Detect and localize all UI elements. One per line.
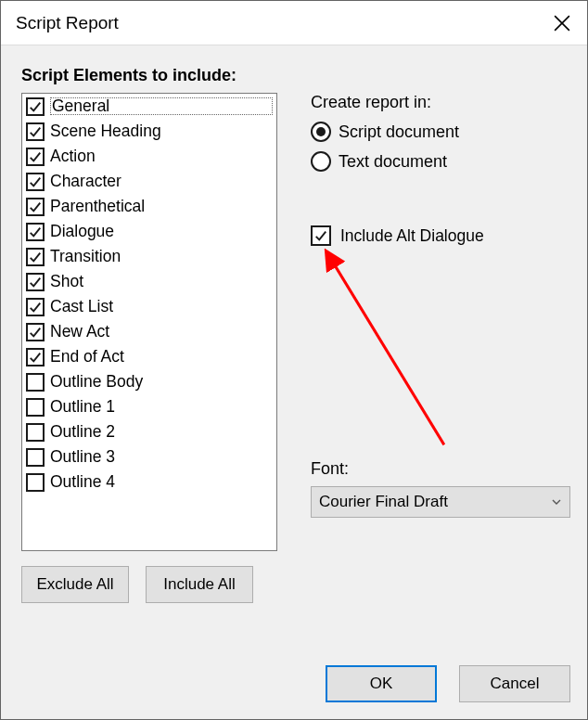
- list-checkbox[interactable]: [26, 173, 45, 191]
- checkmark-icon: [29, 326, 42, 339]
- list-checkbox[interactable]: [26, 198, 45, 216]
- cancel-button[interactable]: Cancel: [459, 665, 570, 702]
- list-checkbox[interactable]: [26, 298, 45, 316]
- list-item-label: Shot: [50, 274, 83, 290]
- list-item[interactable]: Outline 4: [22, 469, 276, 495]
- checkmark-icon: [29, 100, 42, 113]
- elements-heading: Script Elements to include:: [21, 66, 570, 85]
- radio-button[interactable]: [311, 122, 331, 142]
- close-button[interactable]: [541, 2, 583, 45]
- checkmark-icon: [29, 225, 42, 238]
- font-label: Font:: [311, 459, 570, 479]
- right-column: Create report in: Script documentText do…: [277, 93, 570, 518]
- include-all-button[interactable]: Include All: [146, 566, 253, 603]
- checkmark-icon: [29, 200, 42, 213]
- dialog-footer: OK Cancel: [326, 665, 570, 702]
- font-value: Courier Final Draft: [319, 493, 551, 511]
- list-checkbox[interactable]: [26, 323, 45, 341]
- list-item-label: Scene Heading: [50, 123, 161, 140]
- elements-listbox[interactable]: GeneralScene HeadingActionCharacterParen…: [21, 93, 277, 551]
- list-item[interactable]: General: [22, 94, 276, 119]
- exclude-all-button[interactable]: Exclude All: [21, 566, 129, 603]
- checkmark-icon: [314, 229, 327, 242]
- list-checkbox[interactable]: [26, 448, 45, 467]
- list-checkbox[interactable]: [26, 223, 45, 241]
- window-title: Script Report: [16, 13, 541, 33]
- list-item-label: Outline Body: [50, 374, 143, 391]
- checkmark-icon: [29, 301, 42, 314]
- checkmark-icon: [29, 150, 42, 163]
- list-checkbox[interactable]: [26, 97, 45, 116]
- ok-button[interactable]: OK: [326, 665, 437, 702]
- list-item-label: Cast List: [50, 299, 113, 315]
- list-checkbox[interactable]: [26, 273, 45, 291]
- list-item[interactable]: Parenthetical: [22, 194, 276, 219]
- list-item[interactable]: Outline 2: [22, 419, 276, 444]
- list-checkbox[interactable]: [26, 398, 45, 417]
- list-checkbox[interactable]: [26, 473, 45, 492]
- titlebar: Script Report: [1, 1, 587, 45]
- include-alt-label: Include Alt Dialogue: [340, 226, 484, 246]
- list-item[interactable]: Outline 1: [22, 394, 276, 419]
- checkmark-icon: [29, 351, 42, 364]
- list-checkbox[interactable]: [26, 148, 45, 166]
- close-icon: [554, 15, 570, 32]
- list-item[interactable]: New Act: [22, 319, 276, 344]
- radio-button[interactable]: [311, 151, 331, 172]
- include-alt-row[interactable]: Include Alt Dialogue: [311, 225, 570, 246]
- list-item[interactable]: Transition: [22, 244, 276, 269]
- list-item[interactable]: Action: [22, 144, 276, 169]
- list-item-label: New Act: [50, 324, 109, 341]
- list-item-label: Transition: [50, 249, 121, 265]
- list-checkbox[interactable]: [26, 348, 45, 366]
- font-section: Font: Courier Final Draft: [311, 459, 570, 518]
- list-item-label: Dialogue: [50, 224, 114, 240]
- list-item[interactable]: Cast List: [22, 294, 276, 319]
- list-item-label: Character: [50, 174, 121, 190]
- list-item-label: Outline 2: [50, 424, 115, 441]
- list-item-label: Outline 4: [50, 474, 115, 491]
- radio-label: Script document: [339, 122, 459, 142]
- checkmark-icon: [29, 175, 42, 188]
- create-in-radios: Script documentText document: [311, 122, 570, 181]
- chevron-down-icon: [551, 496, 562, 508]
- list-checkbox[interactable]: [26, 248, 45, 266]
- radio-option[interactable]: Text document: [311, 151, 570, 172]
- list-item[interactable]: End of Act: [22, 344, 276, 369]
- list-checkbox[interactable]: [26, 423, 45, 442]
- radio-label: Text document: [339, 152, 447, 172]
- list-item-label: End of Act: [50, 349, 124, 366]
- list-item-label: Outline 1: [50, 399, 115, 416]
- list-checkbox[interactable]: [26, 122, 45, 141]
- list-item[interactable]: Dialogue: [22, 219, 276, 244]
- list-item[interactable]: Outline 3: [22, 444, 276, 469]
- checkmark-icon: [29, 276, 42, 289]
- left-column: GeneralScene HeadingActionCharacterParen…: [21, 93, 277, 603]
- columns: GeneralScene HeadingActionCharacterParen…: [21, 93, 570, 702]
- list-item[interactable]: Character: [22, 169, 276, 194]
- list-item[interactable]: Shot: [22, 269, 276, 294]
- include-alt-checkbox[interactable]: [311, 225, 331, 246]
- radio-option[interactable]: Script document: [311, 122, 570, 142]
- list-checkbox[interactable]: [26, 373, 45, 392]
- list-item-label: Outline 3: [50, 449, 115, 466]
- list-item-label: Action: [50, 148, 96, 165]
- dialog-body: Script Elements to include: GeneralScene…: [1, 45, 587, 719]
- list-item[interactable]: Scene Heading: [22, 119, 276, 144]
- list-item-label: General: [50, 97, 273, 116]
- list-buttons: Exclude All Include All: [21, 566, 277, 603]
- list-item-label: Parenthetical: [50, 199, 145, 215]
- checkmark-icon: [29, 125, 42, 138]
- checkmark-icon: [29, 251, 42, 264]
- create-in-label: Create report in:: [311, 93, 570, 112]
- font-dropdown[interactable]: Courier Final Draft: [311, 486, 570, 518]
- list-item[interactable]: Outline Body: [22, 369, 276, 394]
- dialog-window: Script Report Script Elements to include…: [0, 0, 588, 720]
